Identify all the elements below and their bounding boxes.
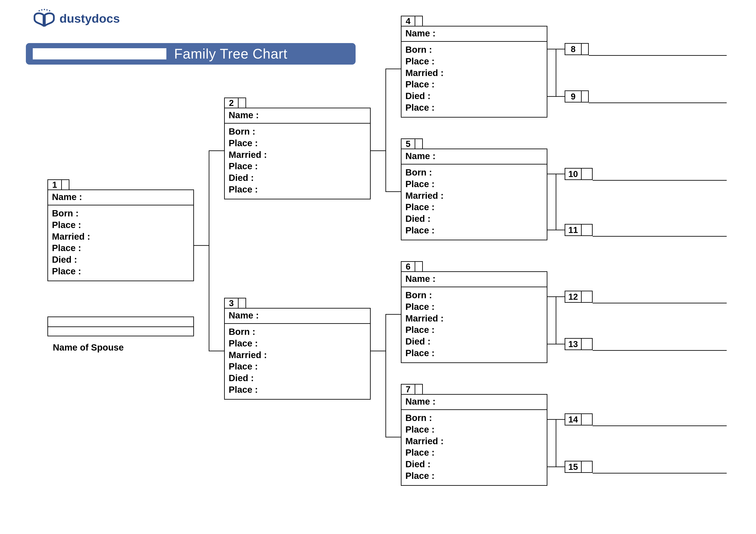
person-number-1: 1 [48, 180, 62, 190]
ancestor-slot-9[interactable]: 9 [565, 90, 589, 103]
born-label: Born : [229, 126, 366, 138]
name-label[interactable]: Name : [401, 395, 547, 410]
spouse-box[interactable] [47, 317, 194, 336]
place-label: Place : [405, 470, 543, 482]
place-label: Place : [405, 424, 543, 435]
name-label[interactable]: Name : [401, 26, 547, 42]
born-label: Born : [405, 290, 543, 301]
person-box-5: 5 Name : Born : Place : Married : Place … [401, 149, 547, 240]
ancestor-slot-10[interactable]: 10 [565, 168, 593, 180]
person-box-3: 3 Name : Born : Place : Married : Place … [224, 308, 371, 400]
place-label: Place : [229, 338, 366, 349]
person-number-6: 6 [401, 262, 415, 271]
person-box-4: 4 Name : Born : Place : Married : Place … [401, 26, 547, 117]
person-body-2[interactable]: Born : Place : Married : Place : Died : … [225, 124, 370, 199]
person-tag-blank-6[interactable] [415, 262, 422, 271]
slot-underline-10 [593, 180, 727, 181]
slot-number-12: 12 [565, 291, 582, 302]
born-label: Born : [52, 208, 189, 219]
place-label: Place : [405, 447, 543, 458]
died-label: Died : [405, 458, 543, 470]
born-label: Born : [405, 167, 543, 178]
ancestor-slot-13[interactable]: 13 [565, 338, 593, 350]
name-label[interactable]: Name : [48, 190, 193, 205]
person-tag-3: 3 [224, 298, 246, 309]
slot-number-14: 14 [565, 414, 582, 425]
svg-point-0 [39, 10, 40, 12]
spouse-caption: Name of Spouse [53, 343, 124, 353]
person-box-2: 2 Name : Born : Place : Married : Place … [224, 108, 371, 199]
slot-underline-9 [589, 103, 727, 103]
ancestor-slot-14[interactable]: 14 [565, 414, 593, 425]
person-body-4[interactable]: Born : Place : Married : Place : Died : … [401, 42, 547, 117]
place-label: Place : [229, 138, 366, 149]
slot-number-9: 9 [565, 91, 582, 102]
brand-name: dustydocs [60, 12, 120, 25]
died-label: Died : [405, 336, 543, 347]
place-label: Place : [405, 347, 543, 359]
slot-underline-11 [593, 236, 727, 237]
name-label[interactable]: Name : [401, 272, 547, 287]
place-label: Place : [405, 79, 543, 90]
slot-number-10: 10 [565, 168, 582, 179]
slot-number-11: 11 [565, 225, 582, 235]
slot-underline-14 [593, 425, 727, 426]
died-label: Died : [405, 213, 543, 225]
logo-mark-icon [32, 9, 56, 28]
person-box-7: 7 Name : Born : Place : Married : Place … [401, 394, 547, 486]
place-label: Place : [405, 225, 543, 236]
name-label[interactable]: Name : [225, 309, 370, 324]
person-tag-blank-7[interactable] [415, 385, 422, 394]
place-label: Place : [52, 266, 189, 277]
svg-point-2 [44, 9, 45, 10]
ancestor-slot-15[interactable]: 15 [565, 461, 593, 473]
born-label: Born : [229, 326, 366, 338]
person-number-4: 4 [401, 16, 415, 26]
person-box-6: 6 Name : Born : Place : Married : Place … [401, 271, 547, 363]
person-tag-6: 6 [401, 261, 423, 272]
name-label[interactable]: Name : [401, 149, 547, 165]
brand-logo: dustydocs [32, 9, 120, 28]
person-body-1[interactable]: Born : Place : Married : Place : Died : … [48, 205, 193, 281]
person-body-6[interactable]: Born : Place : Married : Place : Died : … [401, 287, 547, 362]
person-tag-4: 4 [401, 16, 423, 26]
place-label: Place : [405, 178, 543, 190]
slot-underline-8 [589, 55, 727, 56]
died-label: Died : [229, 372, 366, 384]
name-label[interactable]: Name : [225, 108, 370, 124]
slot-number-13: 13 [565, 339, 582, 349]
person-tag-2: 2 [224, 97, 246, 108]
place-label: Place : [229, 361, 366, 372]
place-label: Place : [405, 201, 543, 213]
title-bar: Family Tree Chart [26, 43, 356, 64]
married-label: Married : [229, 149, 366, 161]
ancestor-slot-8[interactable]: 8 [565, 43, 589, 55]
place-label: Place : [229, 161, 366, 172]
place-label: Place : [405, 56, 543, 67]
page-title: Family Tree Chart [174, 46, 287, 62]
person-tag-blank-3[interactable] [239, 298, 245, 308]
person-tag-blank-4[interactable] [415, 16, 422, 26]
person-tag-blank-2[interactable] [239, 98, 245, 108]
person-tag-7: 7 [401, 384, 423, 395]
place-label: Place : [229, 184, 366, 195]
place-label: Place : [52, 219, 189, 231]
svg-point-4 [49, 10, 50, 12]
person-tag-blank-1[interactable] [62, 180, 69, 190]
place-label: Place : [405, 324, 543, 336]
person-body-3[interactable]: Born : Place : Married : Place : Died : … [225, 324, 370, 399]
died-label: Died : [229, 172, 366, 184]
person-body-7[interactable]: Born : Place : Married : Place : Died : … [401, 410, 547, 485]
married-label: Married : [405, 67, 543, 79]
married-label: Married : [405, 190, 543, 202]
died-label: Died : [52, 254, 189, 266]
slot-underline-15 [593, 473, 727, 473]
person-body-5[interactable]: Born : Place : Married : Place : Died : … [401, 165, 547, 240]
ancestor-slot-11[interactable]: 11 [565, 224, 593, 236]
ancestor-slot-12[interactable]: 12 [565, 291, 593, 303]
person-number-2: 2 [225, 98, 239, 108]
person-tag-blank-5[interactable] [415, 139, 422, 149]
born-label: Born : [405, 44, 543, 56]
title-blank-field[interactable] [33, 48, 166, 60]
person-tag-1: 1 [47, 179, 69, 190]
